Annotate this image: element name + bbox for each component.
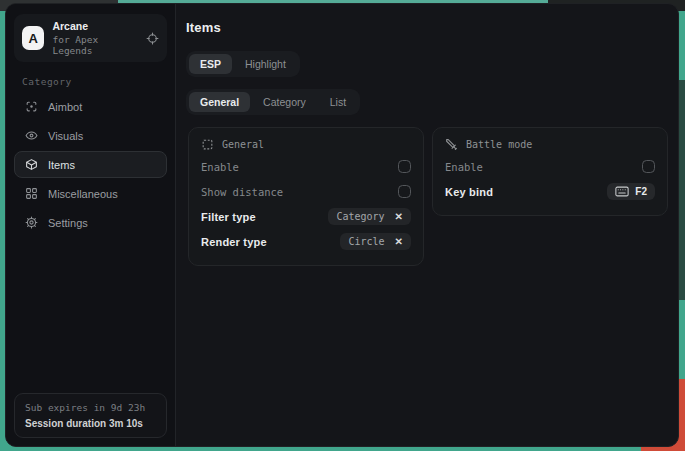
sidebar-item-aimbot[interactable]: Aimbot <box>14 93 167 120</box>
panel-title: General <box>222 139 264 150</box>
aimbot-crosshair-icon <box>25 100 38 113</box>
crosshair-icon[interactable] <box>146 32 159 45</box>
tab-general[interactable]: General <box>189 92 250 112</box>
session-info-card: Sub expires in 9d 23h Session duration 3… <box>14 393 167 438</box>
panel-general: General Enable Show distance Filter type… <box>188 127 424 266</box>
keyboard-icon <box>615 186 629 197</box>
select-value: Category <box>336 211 384 222</box>
tab-list[interactable]: List <box>319 92 357 112</box>
setting-row-filter-type: Filter type Category ✕ <box>201 204 411 229</box>
panels-row: General Enable Show distance Filter type… <box>188 127 668 266</box>
tab-esp[interactable]: ESP <box>189 54 232 74</box>
dashed-box-icon <box>201 138 214 151</box>
sidebar-item-miscellaneous[interactable]: Miscellaneous <box>14 180 167 207</box>
setting-label: Show distance <box>201 186 283 198</box>
setting-row-enable: Enable <box>201 154 411 179</box>
tab-highlight[interactable]: Highlight <box>234 54 297 74</box>
sidebar-nav: Aimbot Visuals Items <box>14 93 167 236</box>
setting-label: Enable <box>201 161 239 173</box>
setting-label: Key bind <box>445 186 493 198</box>
keybind-value: F2 <box>635 186 647 197</box>
setting-row-key-bind: Key bind F2 <box>445 179 655 204</box>
app-window: A Arcane for Apex Legends Category <box>5 3 679 447</box>
setting-row-enable: Enable <box>445 154 655 179</box>
render-type-select[interactable]: Circle ✕ <box>340 233 411 250</box>
enable-checkbox[interactable] <box>398 160 411 173</box>
tab-category[interactable]: Category <box>252 92 317 112</box>
sidebar-item-visuals[interactable]: Visuals <box>14 122 167 149</box>
grid-icon <box>25 187 38 200</box>
filter-type-select[interactable]: Category ✕ <box>328 208 411 225</box>
select-value: Circle <box>348 236 384 247</box>
sidebar: A Arcane for Apex Legends Category <box>6 4 176 446</box>
sidebar-section-label: Category <box>22 76 167 87</box>
sidebar-item-label: Visuals <box>48 130 83 142</box>
app-logo: A <box>22 26 44 50</box>
setting-row-render-type: Render type Circle ✕ <box>201 229 411 254</box>
sidebar-item-label: Items <box>48 159 75 171</box>
sub-expires-text: Sub expires in 9d 23h <box>25 402 156 413</box>
brand-text: Arcane for Apex Legends <box>52 20 138 56</box>
sidebar-item-label: Aimbot <box>48 101 82 113</box>
setting-label: Enable <box>445 161 483 173</box>
panel-title: Battle mode <box>466 139 532 150</box>
mode-tabs: ESP Highlight <box>186 51 300 77</box>
brand-title: Arcane <box>52 20 138 32</box>
background-strip <box>678 80 685 300</box>
panel-general-header: General <box>201 138 411 151</box>
eye-icon <box>25 129 38 142</box>
mode-tab-row: ESP Highlight <box>186 51 668 77</box>
session-duration-text: Session duration 3m 10s <box>25 418 156 429</box>
battle-enable-checkbox[interactable] <box>642 160 655 173</box>
clear-icon[interactable]: ✕ <box>395 237 403 247</box>
clear-icon[interactable]: ✕ <box>395 212 403 222</box>
sidebar-item-items[interactable]: Items <box>14 151 167 178</box>
panel-battle-mode: Battle mode Enable Key bind <box>432 127 668 216</box>
view-tabs: General Category List <box>186 89 360 115</box>
page-title: Items <box>186 20 668 35</box>
view-tab-row: General Category List <box>186 89 668 115</box>
sword-icon <box>445 138 458 151</box>
setting-label: Filter type <box>201 211 256 223</box>
sidebar-item-label: Miscellaneous <box>48 188 118 200</box>
brand-card: A Arcane for Apex Legends <box>14 14 167 62</box>
setting-label: Render type <box>201 236 267 248</box>
sidebar-item-settings[interactable]: Settings <box>14 209 167 236</box>
brand-subtitle: for Apex Legends <box>52 34 138 56</box>
main-content: Items ESP Highlight General Category Lis… <box>176 4 678 446</box>
sidebar-item-label: Settings <box>48 217 88 229</box>
package-icon <box>25 158 38 171</box>
panel-battle-header: Battle mode <box>445 138 655 151</box>
logo-letter: A <box>29 31 38 46</box>
gear-icon <box>25 216 38 229</box>
show-distance-checkbox[interactable] <box>398 185 411 198</box>
keybind-button[interactable]: F2 <box>607 183 655 200</box>
setting-row-show-distance: Show distance <box>201 179 411 204</box>
